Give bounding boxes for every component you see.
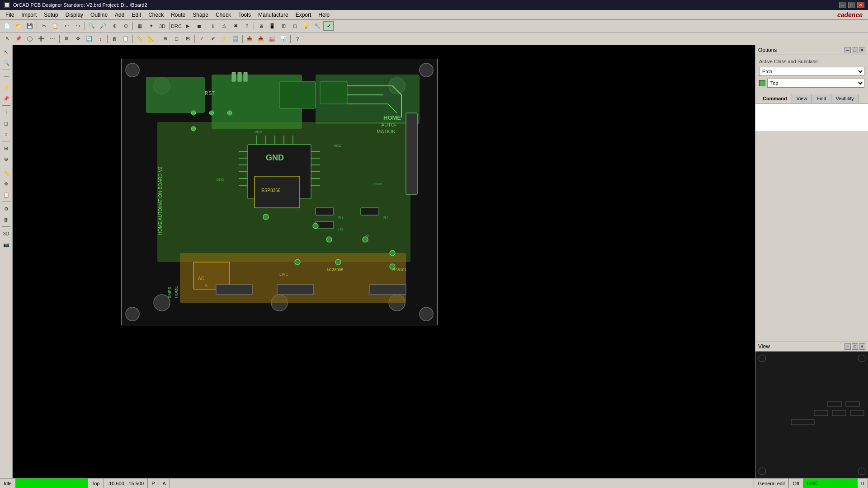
tb2-fp[interactable]: ⊞	[182, 34, 193, 44]
tb2-check2[interactable]: ✔	[208, 34, 218, 44]
tb-snap[interactable]: ✦	[146, 21, 156, 31]
options-controls[interactable]: ─ □ ✕	[844, 47, 865, 53]
tb-place3[interactable]: ⊞	[278, 21, 289, 31]
options-maximize-btn[interactable]: □	[852, 47, 858, 53]
tb-place6[interactable]: 🔧	[312, 21, 323, 31]
lt-copy[interactable]: 📋	[1, 190, 11, 200]
tb2-net[interactable]: ⚡	[219, 34, 230, 44]
lt-text[interactable]: T	[1, 108, 11, 117]
tb2-move[interactable]: ✥	[72, 34, 83, 44]
lt-select[interactable]: ↖	[1, 47, 11, 57]
menu-file[interactable]: File	[2, 11, 18, 19]
tb2-select[interactable]: ↖	[2, 34, 13, 44]
tb-open[interactable]: 📂	[13, 21, 24, 31]
class-dropdown[interactable]: Etch Via Board Geometry Package Geometry	[759, 67, 864, 76]
tb2-trace[interactable]: 〰	[47, 34, 58, 44]
menu-shape[interactable]: Shape	[189, 11, 212, 19]
menu-check2[interactable]: Check	[212, 11, 235, 19]
title-controls[interactable]: ─ □ ✕	[839, 2, 864, 8]
tb-undo[interactable]: ↩	[61, 21, 72, 31]
tb-stop[interactable]: ⏹	[193, 21, 204, 31]
tb-3d[interactable]: 3D	[157, 21, 168, 31]
tb2-connect[interactable]: ➕	[36, 34, 47, 44]
tb2-via[interactable]: ◯	[24, 34, 35, 44]
tb-zoom-fit[interactable]: ⊕	[109, 21, 120, 31]
tb2-pad[interactable]: ◻	[171, 34, 182, 44]
lt-delete[interactable]: 🗑	[1, 215, 11, 225]
tb-help2[interactable]: ?	[241, 21, 252, 31]
tb2-pin[interactable]: 📌	[13, 34, 24, 44]
view-minimize-btn[interactable]: ─	[844, 343, 851, 350]
lt-pin[interactable]: 📌	[1, 94, 11, 103]
maximize-button[interactable]: □	[848, 2, 855, 8]
tb-drc[interactable]: DRC	[171, 21, 182, 31]
tb2-rotate[interactable]: 🔄	[84, 34, 94, 44]
lt-3d[interactable]: 3D	[1, 229, 11, 239]
menu-export[interactable]: Export	[292, 11, 315, 19]
view-close-btn[interactable]: ✕	[859, 343, 865, 350]
tb-cut[interactable]: ✂	[38, 21, 49, 31]
menu-add[interactable]: Add	[111, 11, 128, 19]
lt-circle[interactable]: ○	[1, 129, 11, 139]
menu-help[interactable]: Help	[315, 11, 333, 19]
tb2-meas[interactable]: 📏	[134, 34, 145, 44]
lt-cam[interactable]: 📷	[1, 239, 11, 249]
lt-zoom[interactable]: 🔍	[1, 58, 11, 68]
tb-new[interactable]: 📄	[2, 21, 13, 31]
lt-via[interactable]: ⊕	[1, 154, 11, 164]
tab-visibility[interactable]: Visibility	[831, 94, 859, 103]
menu-display[interactable]: Display	[62, 11, 87, 19]
tb-zoom-area[interactable]: ⊖	[120, 21, 131, 31]
menu-manufacture[interactable]: Manufacture	[255, 11, 292, 19]
options-minimize-btn[interactable]: ─	[844, 47, 851, 53]
tb2-part[interactable]: ⚙	[61, 34, 72, 44]
tb-grid[interactable]: ▦	[134, 21, 145, 31]
tb-place5[interactable]: 💡	[301, 21, 311, 31]
tb-zoom-in[interactable]: 🔍	[86, 21, 97, 31]
tb2-prop[interactable]: 📋	[120, 34, 131, 44]
tb2-dim[interactable]: 📐	[146, 34, 156, 44]
tb2-import[interactable]: 📥	[255, 34, 266, 44]
tb2-ref[interactable]: 🔤	[230, 34, 241, 44]
menu-route[interactable]: Route	[167, 11, 189, 19]
tb-error[interactable]: ✖	[230, 21, 241, 31]
tb2-check1[interactable]: ✓	[196, 34, 207, 44]
tb2-help[interactable]: ?	[292, 34, 303, 44]
tb2-drill[interactable]: ⊕	[160, 34, 170, 44]
menu-check[interactable]: Check	[145, 11, 167, 19]
tb-redo[interactable]: ↪	[72, 21, 83, 31]
tab-view[interactable]: View	[792, 94, 812, 103]
minimize-button[interactable]: ─	[839, 2, 846, 8]
options-close-btn[interactable]: ✕	[859, 47, 865, 53]
menu-import[interactable]: Import	[18, 11, 40, 19]
menu-setup[interactable]: Setup	[40, 11, 61, 19]
view-panel-controls[interactable]: ─ □ ✕	[844, 343, 865, 350]
tb-zoom-out[interactable]: 🔎	[98, 21, 108, 31]
lt-measure[interactable]: 📏	[1, 168, 11, 178]
pcb-canvas[interactable]: GND HOME AUTOMATION BOARD V2 SMPS HOME R…	[13, 45, 755, 478]
tb2-export[interactable]: 📤	[244, 34, 255, 44]
subclass-dropdown[interactable]: Top Bottom Inner1 Inner2	[767, 79, 864, 88]
tab-find[interactable]: Find	[812, 94, 831, 103]
tb-warn[interactable]: ⚠	[219, 21, 230, 31]
tb-save[interactable]: 💾	[24, 21, 35, 31]
lt-bus[interactable]: ⚡	[1, 83, 11, 93]
tb2-delete[interactable]: 🗑	[109, 34, 120, 44]
tb-copy[interactable]: 📋	[50, 21, 61, 31]
lt-prop[interactable]: ⚙	[1, 204, 11, 214]
tb-info[interactable]: ℹ	[208, 21, 218, 31]
lt-move[interactable]: ✥	[1, 179, 11, 189]
tb-place1[interactable]: 🖥	[255, 21, 266, 31]
menu-edit[interactable]: Edit	[128, 11, 145, 19]
view-maximize-btn[interactable]: □	[852, 343, 858, 350]
tab-command[interactable]: Command	[758, 94, 792, 103]
tb2-flip[interactable]: ↕	[95, 34, 106, 44]
tb-active[interactable]: ✔	[323, 21, 334, 31]
lt-box[interactable]: ◻	[1, 118, 11, 128]
close-button[interactable]: ✕	[857, 2, 864, 8]
tb-run[interactable]: ▶	[182, 21, 193, 31]
menu-tools[interactable]: Tools	[235, 11, 255, 19]
tb-place4[interactable]: ◻	[289, 21, 300, 31]
tb2-fab[interactable]: 🏭	[267, 34, 278, 44]
menu-outline[interactable]: Outline	[87, 11, 111, 19]
